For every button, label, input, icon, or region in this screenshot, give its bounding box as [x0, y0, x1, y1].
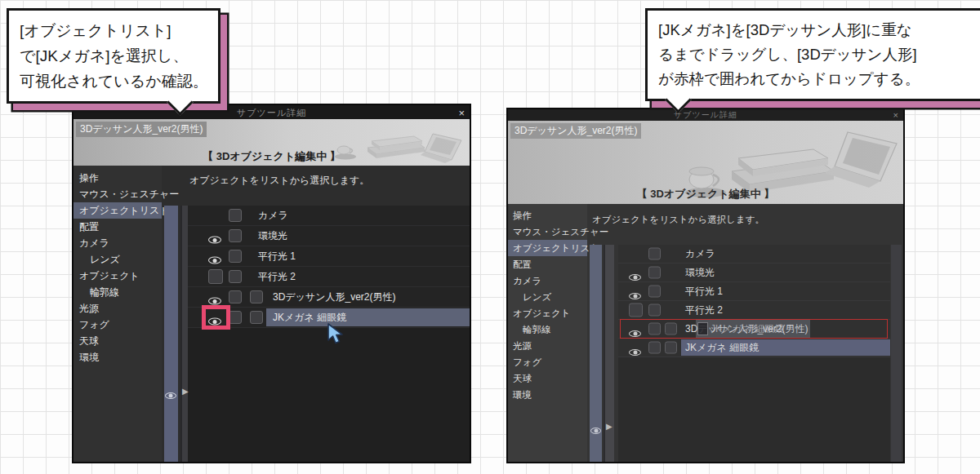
scrollbar-right[interactable]: [891, 245, 902, 462]
object-row-camera[interactable]: カメラ: [618, 245, 890, 264]
eye-icon[interactable]: [208, 257, 221, 264]
object-label: 3Dデッサン人形_ver2(男性): [273, 290, 395, 304]
eye-off-icon[interactable]: [629, 303, 643, 317]
object-label: JKメガネ 細眼鏡: [685, 341, 759, 355]
callout-select-object: [オブジェクトリスト] で[JKメガネ]を選択し、 可視化されているか確認。: [7, 8, 220, 104]
panel-body: 操作 マウス・ジェスチャー オブジェクトリスト 配置 カメラ レンズ オブジェク…: [508, 204, 903, 462]
eye-icon[interactable]: [590, 423, 601, 437]
scrollbar-vertical[interactable]: [164, 206, 178, 462]
sidebar-item-object[interactable]: オブジェクト: [508, 305, 587, 321]
object-label: 平行光 2: [685, 303, 723, 317]
sidebar-item-object-list[interactable]: オブジェクトリスト: [508, 240, 587, 256]
callout-line: [オブジェクトリスト]: [20, 18, 207, 43]
category-sidebar: 操作 マウス・ジェスチャー オブジェクトリスト 配置 カメラ レンズ オブジェク…: [74, 166, 162, 462]
hint-text: オブジェクトをリストから選択します。: [592, 214, 764, 226]
sidebar-item-placement[interactable]: 配置: [74, 219, 162, 235]
title-bar[interactable]: サブツール詳細 ×: [74, 105, 470, 119]
eye-icon[interactable]: [208, 298, 221, 305]
checkbox[interactable]: [648, 267, 661, 279]
sidebar-item-mouse-gesture[interactable]: マウス・ジェスチャー: [74, 186, 162, 202]
sidebar-item-mouse-gesture[interactable]: マウス・ジェスチャー: [508, 224, 587, 240]
window-title: サブツール詳細: [508, 109, 903, 121]
object-row-parallel-light-2[interactable]: 平行光 2: [618, 301, 890, 320]
object-label: 環境光: [258, 229, 287, 243]
drag-ghost-label: JKメガネ 細眼鏡: [710, 322, 784, 336]
object-row-drawing-figure-drop-target[interactable]: 3Dデッサン人形_ver2(男性) JKメガネ 細眼鏡: [618, 320, 890, 339]
window-title: サブツール詳細: [74, 106, 470, 118]
object-row-parallel-light-1[interactable]: 平行光 1: [188, 246, 470, 267]
object-row-jk-glasses[interactable]: JKメガネ 細眼鏡: [618, 339, 890, 357]
sidebar-item-sky[interactable]: 天球: [508, 370, 587, 387]
sidebar-item-lens[interactable]: レンズ: [74, 251, 162, 268]
checkbox[interactable]: [648, 342, 661, 354]
object-label: カメラ: [685, 247, 715, 261]
editing-mode-banner: 【 3Dオブジェクト編集中 】: [74, 149, 470, 164]
eye-icon[interactable]: [629, 293, 641, 299]
checkbox[interactable]: [250, 311, 263, 324]
object-row-camera[interactable]: カメラ: [188, 206, 470, 226]
sidebar-item-outline[interactable]: 輪郭線: [508, 321, 587, 338]
sidebar-item-sky[interactable]: 天球: [74, 333, 162, 349]
eye-icon[interactable]: [629, 349, 641, 356]
checkbox[interactable]: [229, 229, 242, 242]
model-name-chip: 3Dデッサン人形_ver2(男性): [76, 122, 207, 137]
sidebar-item-light-source[interactable]: 光源: [508, 338, 587, 354]
sidebar-item-camera[interactable]: カメラ: [74, 235, 162, 251]
checkbox[interactable]: [229, 209, 242, 222]
checkbox[interactable]: [250, 290, 263, 303]
close-icon[interactable]: ×: [893, 110, 898, 120]
object-row-ambient-light[interactable]: 環境光: [188, 226, 470, 246]
close-icon[interactable]: ×: [458, 106, 465, 118]
play-triangle-icon[interactable]: ▶: [182, 387, 189, 396]
checkbox[interactable]: [648, 304, 661, 317]
object-row-parallel-light-1[interactable]: 平行光 1: [618, 282, 890, 301]
sidebar-item-light-source[interactable]: 光源: [74, 300, 162, 317]
callout-line: [JKメガネ]を[3Dデッサン人形]に重な: [658, 18, 970, 42]
checkbox[interactable]: [229, 250, 242, 263]
sidebar-item-operation[interactable]: 操作: [74, 170, 162, 186]
eye-off-icon[interactable]: [208, 269, 223, 284]
checkbox[interactable]: [229, 270, 242, 283]
sidebar-item-lens[interactable]: レンズ: [508, 289, 587, 305]
eye-icon[interactable]: [629, 274, 641, 281]
checkbox[interactable]: [648, 286, 661, 298]
checkbox[interactable]: [648, 248, 661, 260]
pink-highlight-box: [202, 305, 230, 330]
sidebar-item-environment[interactable]: 環境: [508, 387, 587, 403]
material-preview-header: 3Dデッサン人形_ver2(男性) 【 3Dオブジェクト編集中 】: [508, 121, 903, 204]
callout-line: が赤枠で囲われてからドロップする。: [658, 67, 970, 91]
mouse-cursor-icon: [327, 323, 346, 346]
subtool-detail-window-left: サブツール詳細 × 3Dデッサン人形_ver2(男性) 【 3Dオブジェクト編集…: [72, 104, 471, 463]
checkbox[interactable]: [229, 311, 242, 324]
callout-drag-instruction: [JKメガネ]を[3Dデッサン人形]に重な るまでドラッグし、[3Dデッサン人形…: [645, 8, 980, 101]
sidebar-item-fog[interactable]: フォグ: [508, 354, 587, 370]
material-preview-header: 3Dデッサン人形_ver2(男性) 【 3Dオブジェクト編集中 】: [74, 119, 470, 166]
panel-body: 操作 マウス・ジェスチャー オブジェクトリスト 配置 カメラ レンズ オブジェク…: [74, 166, 470, 462]
object-row-ambient-light[interactable]: 環境光: [618, 264, 890, 282]
object-label: 環境光: [685, 266, 715, 280]
object-list: カメラ 環境光 平行光 1 平行光 2 3D: [618, 245, 890, 462]
checkbox[interactable]: [229, 290, 242, 303]
eye-icon[interactable]: [208, 237, 221, 244]
category-sidebar: 操作 マウス・ジェスチャー オブジェクトリスト 配置 カメラ レンズ オブジェク…: [508, 204, 587, 462]
object-label: カメラ: [258, 209, 288, 223]
sidebar-item-placement[interactable]: 配置: [508, 256, 587, 272]
sidebar-item-object-list[interactable]: オブジェクトリスト: [74, 202, 162, 219]
sidebar-item-environment[interactable]: 環境: [74, 349, 162, 365]
sidebar-item-outline[interactable]: 輪郭線: [74, 284, 162, 300]
object-list: カメラ 環境光 平行光 1 平行光 2 3Dデッサン人形_ve: [188, 206, 470, 462]
subtool-detail-window-right: サブツール詳細 × 3Dデッサン人形_ver2(男性) 【 3Dオブジェクト編集…: [506, 108, 905, 463]
callout-line: で[JKメガネ]を選択し、: [20, 43, 207, 69]
play-triangle-icon[interactable]: ▶: [606, 422, 612, 431]
sidebar-item-fog[interactable]: フォグ: [74, 317, 162, 333]
eye-icon[interactable]: [165, 388, 176, 402]
sidebar-item-operation[interactable]: 操作: [508, 207, 587, 224]
callout-line: るまでドラッグし、[3Dデッサン人形]: [658, 42, 970, 67]
sidebar-item-camera[interactable]: カメラ: [508, 272, 587, 289]
drag-ghost: JKメガネ 細眼鏡: [696, 320, 810, 338]
drag-cursor-icon: [697, 322, 708, 335]
sidebar-item-object[interactable]: オブジェクト: [74, 268, 162, 284]
checkbox[interactable]: [665, 342, 677, 354]
title-bar[interactable]: サブツール詳細 ×: [508, 109, 903, 121]
object-row-parallel-light-2[interactable]: 平行光 2: [188, 267, 470, 287]
